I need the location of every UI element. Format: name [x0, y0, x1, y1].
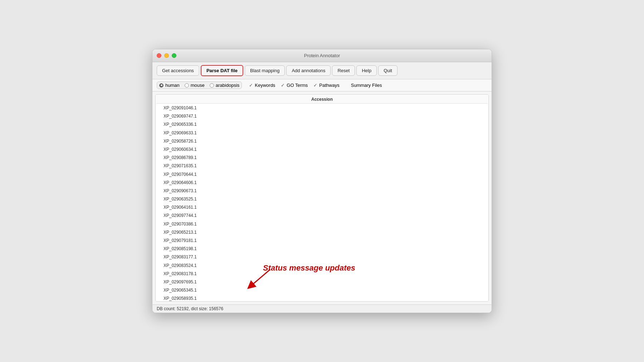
table-row: XP_029085198.1: [156, 245, 488, 253]
window-title: Protein Annotator: [304, 53, 340, 58]
table-row: XP_029083177.1: [156, 253, 488, 261]
table-row: XP_029086789.1: [156, 154, 488, 162]
checkbox-keywords[interactable]: ✓ Keywords: [249, 83, 275, 88]
svg-line-0: [250, 269, 270, 286]
table-row: XP_029065213.1: [156, 229, 488, 236]
table-row: XP_029069633.1: [156, 129, 488, 137]
reset-button[interactable]: Reset: [332, 65, 355, 76]
options-bar: human mouse arabidopsis ✓ Keywords ✓ GO …: [152, 79, 492, 91]
table-row: XP_029064161.1: [156, 204, 488, 211]
output-checkbox-group: ✓ Keywords ✓ GO Terms ✓ Pathways ✓ Summa…: [249, 83, 382, 88]
get-accessions-button[interactable]: Get accessions: [157, 65, 199, 76]
status-annotation-text: Status message updates: [263, 263, 355, 273]
checkbox-go-terms[interactable]: ✓ GO Terms: [281, 83, 308, 88]
table-row: XP_029097695.1: [156, 278, 488, 286]
annotation-overlay: Status message updates: [263, 263, 355, 273]
accession-column-header: Accession: [156, 95, 488, 104]
radio-arabidopsis[interactable]: arabidopsis: [210, 83, 240, 88]
quit-button[interactable]: Quit: [378, 65, 397, 76]
table-row: XP_029070644.1: [156, 171, 488, 178]
go-terms-label: GO Terms: [287, 83, 308, 88]
add-annotations-button[interactable]: Add annotations: [286, 65, 331, 76]
traffic-lights: [157, 53, 176, 58]
checkbox-summary-files[interactable]: ✓ Summary Files: [345, 83, 382, 88]
status-text: DB count: 52192, dict size: 156576: [157, 306, 223, 311]
minimize-button[interactable]: [164, 53, 169, 58]
maximize-button[interactable]: [172, 53, 176, 58]
main-window: Protein Annotator Get accessions Parse D…: [152, 49, 492, 313]
content-area[interactable]: Accession XP_029091046.1XP_029069747.1XP…: [155, 94, 489, 302]
help-button[interactable]: Help: [356, 65, 377, 76]
summary-files-label: Summary Files: [351, 83, 382, 88]
go-terms-checkmark: ✓: [281, 83, 285, 88]
parse-dat-file-button[interactable]: Parse DAT file: [201, 65, 243, 76]
radio-mouse-indicator: [185, 83, 189, 88]
radio-arabidopsis-label: arabidopsis: [216, 83, 240, 88]
table-row: XP_029063525.1: [156, 195, 488, 203]
radio-human[interactable]: human: [159, 83, 180, 88]
toolbar: Get accessions Parse DAT file Blast mapp…: [152, 62, 492, 79]
radio-arabidopsis-indicator: [210, 83, 214, 88]
radio-mouse-label: mouse: [191, 83, 205, 88]
table-row: XP_029090673.1: [156, 187, 488, 195]
table-row: XP_029069747.1: [156, 113, 488, 120]
blast-mapping-button[interactable]: Blast mapping: [245, 65, 285, 76]
table-row: XP_029079181.1: [156, 237, 488, 244]
close-button[interactable]: [157, 53, 161, 58]
radio-human-indicator: [159, 83, 164, 88]
title-bar: Protein Annotator: [152, 49, 492, 62]
pathways-label: Pathways: [319, 83, 339, 88]
organism-radio-group: human mouse arabidopsis: [157, 81, 242, 89]
table-row: XP_029064606.1: [156, 179, 488, 187]
table-row: XP_029091046.1: [156, 104, 488, 112]
table-row: XP_029060634.1: [156, 146, 488, 153]
table-row: XP_029097744.1: [156, 212, 488, 219]
keywords-label: Keywords: [255, 83, 275, 88]
table-row: XP_029070386.1: [156, 220, 488, 228]
table-row: XP_029058935.1: [156, 295, 488, 302]
keywords-checkmark: ✓: [249, 83, 253, 88]
pathways-checkmark: ✓: [313, 83, 317, 88]
arrow-annotation: [245, 268, 274, 291]
table-row: XP_029058726.1: [156, 138, 488, 145]
radio-human-label: human: [165, 83, 180, 88]
table-row: XP_029065345.1: [156, 287, 488, 294]
table-row: XP_029065336.1: [156, 121, 488, 128]
checkbox-pathways[interactable]: ✓ Pathways: [313, 83, 339, 88]
status-bar: DB count: 52192, dict size: 156576: [152, 304, 492, 313]
table-row: XP_029071635.1: [156, 162, 488, 170]
radio-mouse[interactable]: mouse: [185, 83, 205, 88]
